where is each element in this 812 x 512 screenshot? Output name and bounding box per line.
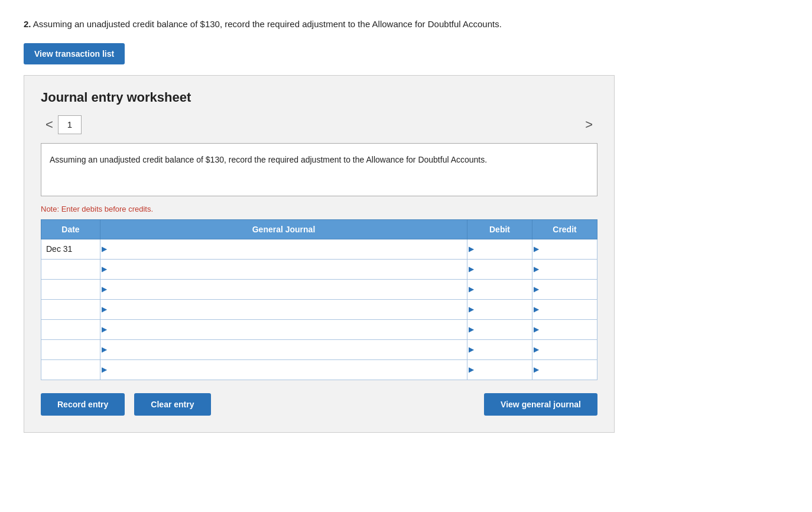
table-row: ▶▶▶	[41, 339, 597, 359]
arrow-icon: ▶	[102, 265, 107, 273]
arrow-icon: ▶	[469, 325, 474, 333]
date-cell-0: Dec 31	[41, 239, 100, 259]
note-text: Note: Enter debits before credits.	[41, 205, 597, 213]
arrow-icon: ▶	[469, 345, 474, 354]
question-text: 2. Assuming an unadjusted credit balance…	[24, 18, 788, 31]
worksheet-title: Journal entry worksheet	[41, 90, 597, 105]
date-cell-6	[41, 359, 100, 380]
debit-cell-3: ▶	[467, 299, 532, 319]
table-row: ▶▶▶	[41, 259, 597, 279]
general-journal-input-5[interactable]	[100, 340, 467, 359]
general-journal-cell-6: ▶	[100, 359, 467, 380]
nav-row: < 1 >	[41, 115, 597, 135]
table-header-row: Date General Journal Debit Credit	[41, 219, 597, 239]
general-journal-input-1[interactable]	[100, 260, 467, 279]
description-box: Assuming an unadjusted credit balance of…	[41, 143, 597, 196]
col-credit: Credit	[532, 219, 597, 239]
date-cell-5	[41, 339, 100, 359]
arrow-icon: ▶	[102, 245, 107, 253]
arrow-icon: ▶	[534, 265, 539, 273]
table-row: ▶▶▶	[41, 359, 597, 380]
record-entry-button[interactable]: Record entry	[41, 393, 125, 416]
date-cell-1	[41, 259, 100, 279]
arrow-icon: ▶	[534, 305, 539, 313]
date-cell-4	[41, 319, 100, 339]
arrow-icon: ▶	[534, 285, 539, 293]
arrow-icon: ▶	[534, 345, 539, 354]
credit-cell-2: ▶	[532, 279, 597, 299]
arrow-icon: ▶	[102, 285, 107, 293]
arrow-icon: ▶	[534, 365, 539, 374]
debit-input-2[interactable]	[467, 280, 532, 299]
debit-input-0[interactable]	[467, 239, 532, 259]
credit-cell-3: ▶	[532, 299, 597, 319]
arrow-icon: ▶	[469, 285, 474, 293]
general-journal-input-3[interactable]	[100, 300, 467, 319]
general-journal-cell-5: ▶	[100, 339, 467, 359]
credit-input-5[interactable]	[532, 340, 597, 359]
credit-input-0[interactable]	[532, 239, 597, 259]
general-journal-input-0[interactable]	[100, 239, 467, 259]
description-text: Assuming an unadjusted credit balance of…	[50, 155, 487, 164]
general-journal-input-4[interactable]	[100, 320, 467, 339]
debit-input-5[interactable]	[467, 340, 532, 359]
arrow-icon: ▶	[469, 365, 474, 374]
arrow-icon: ▶	[534, 245, 539, 253]
credit-cell-5: ▶	[532, 339, 597, 359]
worksheet-container: Journal entry worksheet < 1 > Assuming a…	[24, 75, 615, 433]
buttons-row: Record entry Clear entry View general jo…	[41, 393, 597, 416]
arrow-icon: ▶	[469, 245, 474, 253]
view-transaction-button[interactable]: View transaction list	[24, 43, 125, 64]
general-journal-input-6[interactable]	[100, 360, 467, 380]
debit-input-1[interactable]	[467, 260, 532, 279]
general-journal-cell-4: ▶	[100, 319, 467, 339]
table-row: ▶▶▶	[41, 319, 597, 339]
view-general-journal-button[interactable]: View general journal	[484, 393, 597, 416]
arrow-icon: ▶	[102, 325, 107, 333]
debit-cell-4: ▶	[467, 319, 532, 339]
tab-number: 1	[58, 115, 82, 134]
next-nav-button[interactable]: >	[580, 115, 597, 135]
clear-entry-button[interactable]: Clear entry	[134, 393, 210, 416]
debit-cell-1: ▶	[467, 259, 532, 279]
date-cell-2	[41, 279, 100, 299]
question-number: 2.	[24, 19, 31, 29]
debit-cell-0: ▶	[467, 239, 532, 259]
arrow-icon: ▶	[102, 365, 107, 374]
debit-input-6[interactable]	[467, 360, 532, 380]
credit-cell-4: ▶	[532, 319, 597, 339]
debit-cell-5: ▶	[467, 339, 532, 359]
question-body: Assuming an unadjusted credit balance of…	[33, 19, 502, 29]
arrow-icon: ▶	[534, 325, 539, 333]
debit-input-4[interactable]	[467, 320, 532, 339]
credit-input-6[interactable]	[532, 360, 597, 380]
date-cell-3	[41, 299, 100, 319]
credit-cell-0: ▶	[532, 239, 597, 259]
table-row: Dec 31▶▶▶	[41, 239, 597, 259]
debit-cell-2: ▶	[467, 279, 532, 299]
general-journal-cell-2: ▶	[100, 279, 467, 299]
credit-input-4[interactable]	[532, 320, 597, 339]
credit-cell-6: ▶	[532, 359, 597, 380]
table-row: ▶▶▶	[41, 279, 597, 299]
debit-cell-6: ▶	[467, 359, 532, 380]
general-journal-cell-1: ▶	[100, 259, 467, 279]
arrow-icon: ▶	[469, 265, 474, 273]
general-journal-input-2[interactable]	[100, 280, 467, 299]
credit-input-1[interactable]	[532, 260, 597, 279]
arrow-icon: ▶	[102, 305, 107, 313]
col-date: Date	[41, 219, 100, 239]
credit-cell-1: ▶	[532, 259, 597, 279]
general-journal-cell-3: ▶	[100, 299, 467, 319]
arrow-icon: ▶	[469, 305, 474, 313]
journal-table: Date General Journal Debit Credit Dec 31…	[41, 219, 597, 380]
arrow-icon: ▶	[102, 345, 107, 354]
col-debit: Debit	[467, 219, 532, 239]
debit-input-3[interactable]	[467, 300, 532, 319]
credit-input-3[interactable]	[532, 300, 597, 319]
col-general-journal: General Journal	[100, 219, 467, 239]
table-row: ▶▶▶	[41, 299, 597, 319]
general-journal-cell-0: ▶	[100, 239, 467, 259]
credit-input-2[interactable]	[532, 280, 597, 299]
prev-nav-button[interactable]: <	[41, 115, 58, 135]
